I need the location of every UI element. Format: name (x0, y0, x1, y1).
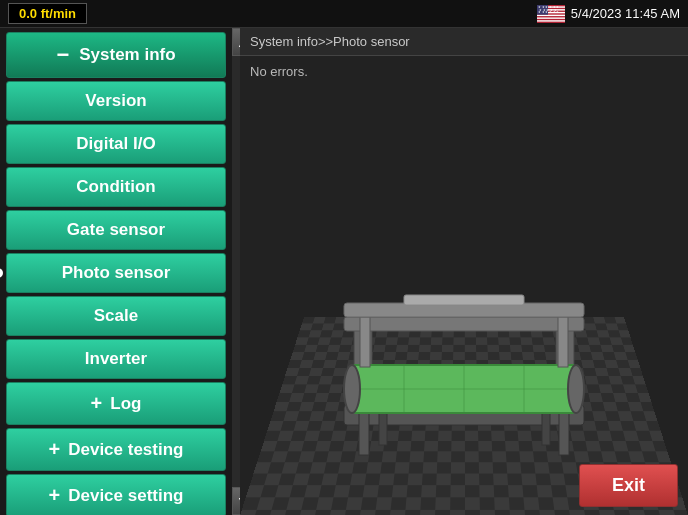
breadcrumb: System info>>Photo sensor (240, 28, 688, 56)
sidebar-item-scale[interactable]: Scale (6, 296, 226, 336)
version-label: Version (85, 91, 146, 111)
speed-display: 0.0 ft/min (8, 3, 87, 24)
device-setting-plus-icon: + (49, 484, 61, 507)
sidebar-item-gate-sensor[interactable]: Gate sensor (6, 210, 226, 250)
sidebar-item-version[interactable]: Version (6, 81, 226, 121)
svg-rect-6 (537, 20, 565, 21)
content-area: System info>>Photo sensor No errors. (240, 28, 688, 515)
sidebar-item-inverter[interactable]: Inverter (6, 339, 226, 379)
top-bar: 0.0 ft/min ★ ★ ★ ★ ★ ★ ★ ★ ★ ★ ★ ★ ★ ★ ★… (0, 0, 688, 28)
condition-label: Condition (76, 177, 155, 197)
sidebar-item-system-info[interactable]: − System info (6, 32, 226, 78)
scale-label: Scale (94, 306, 138, 326)
svg-point-28 (344, 365, 360, 413)
inverter-label: Inverter (85, 349, 147, 369)
machine-graphic (304, 245, 624, 485)
svg-text:★ ★ ★ ★ ★ ★: ★ ★ ★ ★ ★ ★ (538, 10, 559, 14)
svg-rect-5 (537, 17, 565, 18)
log-label: Log (110, 394, 141, 414)
device-setting-label: Device setting (68, 486, 183, 506)
sidebar-wrapper: − System info Version Digital I/O Condit… (0, 28, 240, 515)
device-testing-plus-icon: + (49, 438, 61, 461)
svg-rect-25 (558, 317, 568, 367)
flag-icon: ★ ★ ★ ★ ★ ★ ★ ★ ★ ★ ★ ★ ★ ★ ★ ★ ★ (537, 5, 565, 23)
datetime-area: ★ ★ ★ ★ ★ ★ ★ ★ ★ ★ ★ ★ ★ ★ ★ ★ ★ 5/4/20… (537, 5, 680, 23)
svg-rect-24 (360, 317, 370, 367)
svg-rect-4 (537, 14, 565, 15)
system-info-label: System info (79, 45, 175, 65)
gate-sensor-label: Gate sensor (67, 220, 165, 240)
minus-icon: − (56, 42, 69, 68)
datetime-text: 5/4/2023 11:45 AM (571, 6, 680, 21)
sidebar-item-digital-io[interactable]: Digital I/O (6, 124, 226, 164)
content-body: No errors. (240, 56, 688, 515)
sidebar-item-device-testing[interactable]: + Device testing (6, 428, 226, 471)
digital-io-label: Digital I/O (76, 134, 155, 154)
bottom-bar: Exit (579, 464, 678, 507)
sidebar-item-photo-sensor[interactable]: Photo sensor (6, 253, 226, 293)
scene-container (240, 56, 688, 515)
sidebar: − System info Version Digital I/O Condit… (0, 28, 232, 515)
log-plus-icon: + (91, 392, 103, 415)
sidebar-item-log[interactable]: + Log (6, 382, 226, 425)
main-layout: − System info Version Digital I/O Condit… (0, 28, 688, 515)
exit-button[interactable]: Exit (579, 464, 678, 507)
active-indicator (0, 268, 3, 278)
svg-rect-27 (404, 295, 524, 305)
svg-rect-23 (344, 317, 584, 331)
photo-sensor-label: Photo sensor (62, 263, 171, 283)
sidebar-item-device-setting[interactable]: + Device setting (6, 474, 226, 515)
device-testing-label: Device testing (68, 440, 183, 460)
sidebar-item-condition[interactable]: Condition (6, 167, 226, 207)
svg-point-29 (568, 365, 584, 413)
